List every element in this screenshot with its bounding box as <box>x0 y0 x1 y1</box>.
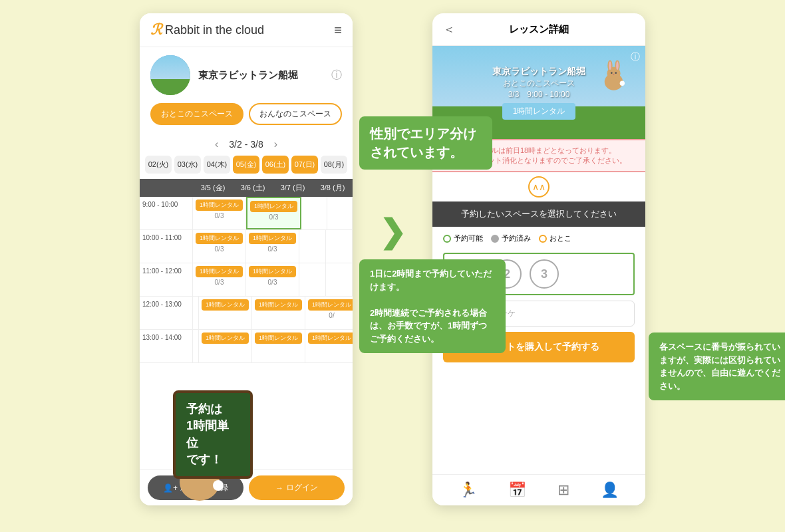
expand-button[interactable]: ∧∧ <box>528 176 550 198</box>
slot-count: 0/3 <box>268 245 277 253</box>
slot-cell[interactable]: 1時間レンタル <box>199 297 252 329</box>
header-sun: 3/7 (日) <box>273 179 313 197</box>
header-mon: 3/8 (月) <box>313 179 353 197</box>
logo-text: Rabbit in the cloud <box>165 23 264 37</box>
slot-button[interactable]: 1時間レンタル <box>255 332 302 344</box>
slot-cell[interactable]: 1時間レンタル <box>199 330 252 362</box>
day-07[interactable]: 07(日) <box>291 156 318 174</box>
nav-profile-icon[interactable]: 👤 <box>601 481 619 499</box>
table-row: 13:00 - 14:00 1時間レンタル 1時間レンタル 1時間レンタル <box>140 330 353 363</box>
time-cell: 10:00 - 11:00 <box>140 230 193 263</box>
calendar-nav: ‹ 3/2 - 3/8 › <box>140 133 353 156</box>
logo-rabbit-icon: ℛ <box>150 21 162 39</box>
callout-gender: 性別でエリア分けされています。 <box>359 116 492 170</box>
slot-button[interactable]: 1時間レンタル <box>202 299 249 311</box>
app-header: ℛ Rabbit in the cloud ≡ <box>140 13 353 47</box>
space-option-reserved: 予約済み <box>491 233 531 243</box>
day-selector: 02(火) 03(水) 04(木) 05(金) 06(土) 07(日) 08(月… <box>140 156 353 179</box>
header-empty <box>140 179 193 197</box>
venue-name: 東京ラビットラン船堀 <box>198 69 298 82</box>
table-row: 11:00 - 12:00 1時間レンタル 0/3 1時間レンタル 0/3 <box>140 263 353 297</box>
table-row: 9:00 - 10:00 1時間レンタル 0/3 1時間レンタル 0/3 <box>140 197 353 230</box>
space-option-male: おとこ <box>539 233 571 243</box>
back-button[interactable]: ＜ <box>443 21 455 37</box>
reserved-dot <box>491 235 499 243</box>
slot-button[interactable]: 1時間レンタル <box>249 233 296 244</box>
slot-button[interactable]: 1時間レンタル <box>196 233 243 244</box>
space-tabs: おとこのこスペース おんなのこスペース <box>140 103 353 133</box>
next-arrow[interactable]: › <box>274 138 277 150</box>
slot-button[interactable]: 1時間レンタル <box>250 201 297 212</box>
slot-button[interactable]: 1時間レンタル <box>202 332 249 344</box>
slot-button[interactable]: 1時間レンタル <box>255 299 302 311</box>
avatar <box>150 55 190 95</box>
slot-cell <box>326 263 353 296</box>
profile-section: 東京ラビットラン船堀 ⓘ <box>140 47 353 103</box>
space-tab-male[interactable]: おとこのこスペース <box>150 103 243 125</box>
callout-gender-text: 性別でエリア分けされています。 <box>370 126 476 160</box>
slot-cell <box>326 230 353 263</box>
slot-cell <box>299 263 326 296</box>
slot-button[interactable]: 1時間レンタル <box>196 266 243 277</box>
slot-button[interactable]: 1時間レンタル <box>196 200 243 211</box>
male-dot <box>539 235 547 243</box>
banner-info-icon[interactable]: ⓘ <box>631 51 640 63</box>
slot-cell[interactable]: 1時間レンタル <box>252 330 305 362</box>
space-tab-female[interactable]: おんなのこスペース <box>249 103 342 125</box>
day-08[interactable]: 08(月) <box>321 156 347 174</box>
slot-count: 0/3 <box>215 245 224 253</box>
time-cell: 12:00 - 13:00 <box>140 297 193 329</box>
slot-cell[interactable]: 1時間レンタル 0/3 <box>246 263 299 296</box>
prev-arrow[interactable]: ‹ <box>215 138 218 150</box>
forward-arrow: ❯ <box>379 213 406 250</box>
day-05[interactable]: 05(金) <box>233 156 259 174</box>
slot-cell <box>301 197 327 229</box>
slot-button[interactable]: 1時間レンタル <box>308 332 353 344</box>
expand-button-container: ∧∧ <box>432 172 645 201</box>
info-icon[interactable]: ⓘ <box>331 68 342 82</box>
nav-run-icon[interactable]: 🏃 <box>459 481 477 499</box>
day-06[interactable]: 06(土) <box>262 156 289 174</box>
lesson-title: レッスン詳細 <box>509 23 569 36</box>
slot-cell[interactable]: 1時間レンタル 0/3 <box>246 230 299 263</box>
slot-cell[interactable]: 1時間レンタル 0/ <box>305 297 353 329</box>
time-cell: 13:00 - 14:00 <box>140 330 193 362</box>
callout-spaces: 各スペースに番号が振られていますが、実際には区切られていませんので、自由に遊んで… <box>649 332 785 400</box>
schedule-header: 3/5 (金) 3/6 (土) 3/7 (日) 3/8 (月) <box>140 179 353 197</box>
hamburger-icon[interactable]: ≡ <box>334 23 342 38</box>
login-icon: → <box>275 483 283 493</box>
slot-button[interactable]: 1時間レンタル <box>249 266 296 277</box>
space-options-legend: 予約可能 予約済み おとこ <box>432 227 645 250</box>
slot-cell <box>193 297 199 329</box>
slot-button[interactable]: 1時間レンタル <box>308 299 353 311</box>
slot-cell[interactable]: 1時間レンタル 0/3 <box>193 263 246 296</box>
banner-ticket-button[interactable]: 1時間レンタル <box>502 103 576 120</box>
nav-grid-icon[interactable]: ⊞ <box>557 481 569 499</box>
callout-hours: 1日に2時間まで予約していただけます。2時間連続でご予約される場合は、お手数です… <box>359 259 506 353</box>
time-cell: 9:00 - 10:00 <box>140 197 193 229</box>
slot-count: 0/ <box>329 312 334 319</box>
space-circle-3[interactable]: 3 <box>530 259 559 289</box>
slot-cell <box>193 330 199 362</box>
available-label: 予約可能 <box>454 233 483 243</box>
header-sat: 3/6 (土) <box>233 179 273 197</box>
banner-datetime: 3/3 9:00 - 10:00 <box>508 89 570 100</box>
banner-venue: 東京ラビットラン船堀 <box>492 66 585 78</box>
slot-cell[interactable]: 1時間レンタル 0/3 <box>193 230 246 263</box>
login-label: ログイン <box>286 482 318 493</box>
slot-cell[interactable]: 1時間レンタル <box>305 330 353 362</box>
nav-calendar-icon[interactable]: 📅 <box>508 481 526 499</box>
bottom-nav: 🏃 📅 ⊞ 👤 <box>432 474 645 505</box>
logo: ℛ Rabbit in the cloud <box>150 21 264 39</box>
slot-cell <box>299 230 326 263</box>
day-04[interactable]: 04(木) <box>204 156 230 174</box>
day-03[interactable]: 03(水) <box>174 156 201 174</box>
login-button[interactable]: → ログイン <box>249 475 345 500</box>
slot-cell[interactable]: 1時間レンタル 0/3 <box>193 197 246 229</box>
slot-count: 0/3 <box>268 279 277 286</box>
slot-cell-highlighted[interactable]: 1時間レンタル 0/3 <box>246 197 301 229</box>
day-02[interactable]: 02(火) <box>145 156 172 174</box>
lesson-header: ＜ レッスン詳細 <box>432 13 645 46</box>
svg-point-10 <box>213 480 224 491</box>
slot-cell[interactable]: 1時間レンタル <box>252 297 305 329</box>
